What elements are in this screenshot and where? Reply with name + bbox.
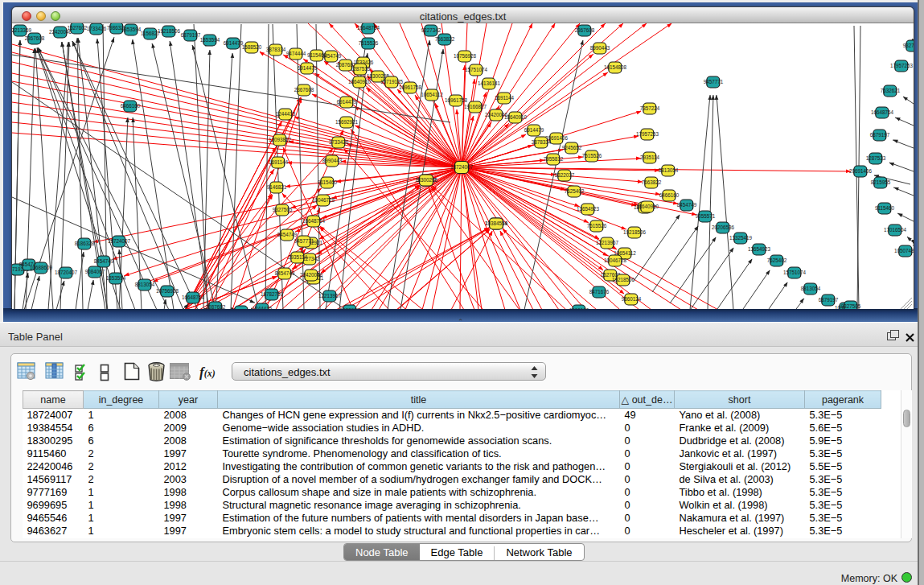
svg-text:6879197: 6879197 xyxy=(181,32,201,38)
svg-text:5938923: 5938923 xyxy=(340,307,360,309)
svg-text:8454749: 8454749 xyxy=(677,202,697,208)
svg-text:16648764: 16648764 xyxy=(182,295,205,300)
svg-text:22420046: 22420046 xyxy=(300,272,323,278)
svg-text:18724007: 18724007 xyxy=(108,238,131,244)
svg-text:7955812: 7955812 xyxy=(544,156,564,162)
svg-text:18640910: 18640910 xyxy=(636,204,659,209)
svg-text:2367608: 2367608 xyxy=(294,87,314,93)
svg-text:6466160: 6466160 xyxy=(659,192,680,198)
svg-text:13654923: 13654923 xyxy=(748,246,771,252)
svg-text:9146821: 9146821 xyxy=(267,184,287,190)
svg-text:6879197: 6879197 xyxy=(870,132,890,138)
svg-text:19384554: 19384554 xyxy=(485,220,508,226)
svg-text:9115460: 9115460 xyxy=(307,52,327,58)
svg-text:8813054: 8813054 xyxy=(659,167,679,173)
svg-text:7625402: 7625402 xyxy=(565,188,585,194)
svg-text:9474444: 9474444 xyxy=(286,51,306,56)
svg-text:2367608: 2367608 xyxy=(25,35,45,41)
svg-text:6466160: 6466160 xyxy=(569,307,589,309)
svg-text:12213369: 12213369 xyxy=(12,27,31,33)
svg-text:16961758: 16961758 xyxy=(445,97,468,103)
svg-text:9457771: 9457771 xyxy=(294,238,314,244)
svg-text:6914479: 6914479 xyxy=(298,65,318,71)
svg-text:7632621: 7632621 xyxy=(881,88,901,93)
svg-text:17957253: 17957253 xyxy=(636,131,659,137)
svg-text:12213967: 12213967 xyxy=(596,240,619,245)
svg-text:13654923: 13654923 xyxy=(577,206,600,212)
svg-text:7357224: 7357224 xyxy=(640,105,660,111)
svg-text:8454749: 8454749 xyxy=(275,270,295,276)
svg-text:1733426: 1733426 xyxy=(87,26,107,31)
svg-text:6466160: 6466160 xyxy=(121,103,141,109)
svg-text:15751074: 15751074 xyxy=(465,67,488,72)
svg-text:1691144: 1691144 xyxy=(269,159,289,165)
svg-text:3878334: 3878334 xyxy=(532,139,552,145)
svg-text:8813054: 8813054 xyxy=(135,282,155,287)
svg-text:19218506: 19218506 xyxy=(158,28,181,34)
svg-text:7515526: 7515526 xyxy=(359,40,379,46)
svg-text:2935114: 2935114 xyxy=(288,254,308,260)
svg-text:6914479: 6914479 xyxy=(337,99,357,105)
svg-text:8813054: 8813054 xyxy=(801,286,821,291)
svg-text:8186328: 8186328 xyxy=(75,241,95,246)
svg-text:9327505: 9327505 xyxy=(841,303,861,309)
svg-text:16961758: 16961758 xyxy=(399,84,422,90)
svg-text:1244415: 1244415 xyxy=(276,111,296,117)
svg-text:9327505: 9327505 xyxy=(903,43,914,48)
svg-text:10756928: 10756928 xyxy=(454,53,477,59)
svg-text:19218506: 19218506 xyxy=(623,229,647,235)
svg-text:8990443: 8990443 xyxy=(590,45,610,51)
svg-text:18720407: 18720407 xyxy=(55,270,78,275)
svg-text:8454749: 8454749 xyxy=(277,232,298,237)
svg-text:9227342: 9227342 xyxy=(421,27,441,33)
svg-text:18640910: 18640910 xyxy=(504,114,528,120)
svg-text:9327505: 9327505 xyxy=(273,207,293,212)
svg-text:9115460: 9115460 xyxy=(875,205,895,211)
svg-text:8471676: 8471676 xyxy=(589,289,610,295)
svg-text:9457771: 9457771 xyxy=(704,79,724,84)
svg-text:9055571: 9055571 xyxy=(696,213,716,219)
svg-text:16648764: 16648764 xyxy=(357,25,380,31)
svg-text:15692921: 15692921 xyxy=(335,119,359,125)
svg-text:2087682: 2087682 xyxy=(206,304,226,309)
svg-text:10688609: 10688609 xyxy=(30,265,53,270)
svg-text:1353594: 1353594 xyxy=(200,37,220,43)
svg-text:1287533: 1287533 xyxy=(866,155,886,161)
svg-text:2935114: 2935114 xyxy=(640,154,660,160)
svg-text:20691406: 20691406 xyxy=(849,168,873,174)
svg-text:19218506: 19218506 xyxy=(612,277,635,282)
svg-text:1244415: 1244415 xyxy=(253,306,273,309)
svg-text:1691144: 1691144 xyxy=(495,95,515,101)
svg-text:6879197: 6879197 xyxy=(819,297,839,303)
svg-text:6914479: 6914479 xyxy=(524,127,544,133)
svg-text:16782759: 16782759 xyxy=(261,291,284,297)
svg-text:5322037: 5322037 xyxy=(555,172,575,178)
svg-text:1353594: 1353594 xyxy=(106,275,126,281)
svg-text:19166827: 19166827 xyxy=(464,104,487,109)
svg-text:8454749: 8454749 xyxy=(94,258,114,264)
svg-text:8215955: 8215955 xyxy=(871,179,891,185)
svg-text:1287533: 1287533 xyxy=(351,66,371,72)
svg-text:9084067: 9084067 xyxy=(85,269,105,274)
svg-text:3878334: 3878334 xyxy=(266,47,286,52)
svg-text:1353594: 1353594 xyxy=(121,27,142,32)
svg-text:20206536: 20206536 xyxy=(712,225,735,230)
svg-text:12093822: 12093822 xyxy=(269,137,292,142)
svg-text:1733426: 1733426 xyxy=(329,139,349,145)
svg-text:12213967: 12213967 xyxy=(318,293,342,299)
svg-text:17957253: 17957253 xyxy=(890,63,914,68)
svg-text:7663822: 7663822 xyxy=(435,36,455,42)
svg-text:18300295: 18300295 xyxy=(415,177,438,183)
svg-text:18640910: 18640910 xyxy=(348,79,372,84)
svg-text:16648764: 16648764 xyxy=(871,109,894,115)
svg-text:18724007: 18724007 xyxy=(450,164,474,170)
svg-text:17016504: 17016504 xyxy=(884,227,907,233)
svg-text:10046728: 10046728 xyxy=(604,257,627,263)
svg-text:16154808: 16154808 xyxy=(604,64,627,70)
svg-text:16648764: 16648764 xyxy=(302,218,326,224)
svg-text:6914479: 6914479 xyxy=(224,40,244,46)
svg-text:9115460: 9115460 xyxy=(318,179,338,185)
svg-text:2367608: 2367608 xyxy=(575,27,595,33)
svg-text:7515526: 7515526 xyxy=(587,223,607,229)
svg-text:9245652: 9245652 xyxy=(562,145,582,150)
